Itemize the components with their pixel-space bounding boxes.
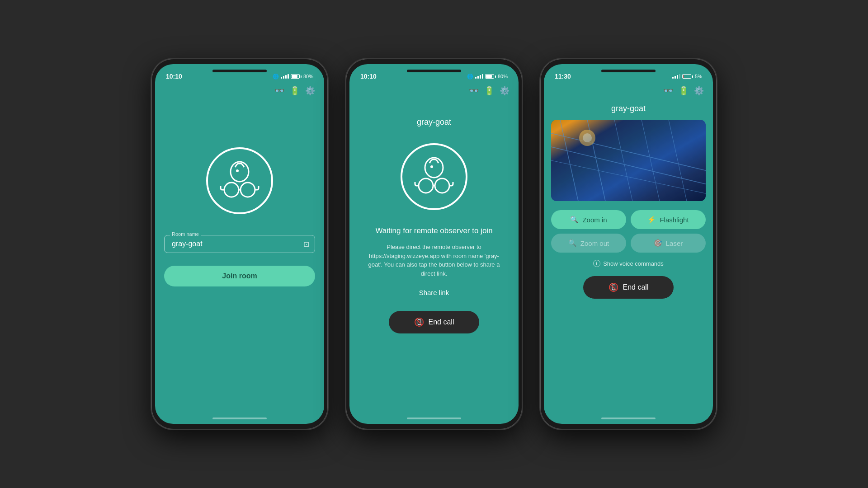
glasses-icon-3: 👓: [663, 86, 673, 96]
phone-notch-2: [407, 70, 461, 72]
svg-point-1: [231, 162, 249, 182]
battery-icon-3: 🔋: [679, 86, 689, 96]
signal-bar-2: [283, 76, 284, 79]
signal-bar-10: [675, 76, 676, 79]
battery-body-1: [291, 74, 300, 79]
zoom-in-button[interactable]: 🔍 Zoom in: [551, 210, 626, 229]
signal-bar-3: [285, 75, 287, 79]
svg-point-6: [425, 158, 443, 178]
signal-bars-3: [672, 74, 680, 79]
signal-bar-1: [281, 77, 282, 79]
signal-bars-2: [475, 74, 483, 79]
svg-line-16: [642, 120, 660, 201]
end-call-button-3[interactable]: 📵 End call: [583, 276, 674, 299]
signal-bar-9: [672, 77, 674, 79]
signal-bar-12: [679, 74, 680, 79]
glasses-icon-2: 👓: [469, 86, 479, 96]
room-name-input[interactable]: [172, 240, 294, 248]
room-name-label: Room name: [170, 231, 201, 237]
zoom-out-label: Zoom out: [580, 239, 609, 247]
glasses-icon-1: 👓: [274, 86, 284, 96]
waiting-heading: Waiting for remote observer to join: [375, 226, 492, 235]
end-call-icon-3: 📵: [609, 282, 618, 292]
battery-2: [485, 74, 496, 79]
svg-line-15: [614, 120, 632, 201]
end-call-label-2: End call: [429, 318, 454, 326]
phone-screen-1: 10:10 🌐 80% 👓: [155, 64, 324, 424]
waiting-text: Please direct the remote observer to htt…: [359, 243, 509, 278]
voice-commands-label[interactable]: Show voice commands: [603, 260, 664, 267]
battery-fill-1: [292, 75, 297, 78]
battery-pct-1: 80%: [303, 74, 313, 79]
battery-1: [291, 74, 302, 79]
battery-body-3: [682, 74, 691, 79]
zoom-in-icon: 🔍: [570, 216, 579, 224]
laser-button[interactable]: 🎯 Laser: [631, 234, 706, 253]
svg-line-17: [669, 120, 687, 201]
flashlight-button[interactable]: ⚡ Flashlight: [631, 210, 706, 229]
settings-icon-1[interactable]: ⚙️: [305, 86, 315, 96]
top-icons-1: 👓 🔋 ⚙️: [155, 82, 324, 99]
svg-point-7: [430, 165, 433, 168]
share-link-button[interactable]: Share link: [419, 289, 449, 296]
globe-icon-1: 🌐: [273, 74, 279, 80]
top-icons-3: 👓 🔋 ⚙️: [544, 82, 713, 99]
status-bar-2: 10:10 🌐 80%: [349, 64, 519, 82]
waiting-room-title: gray-goat: [417, 117, 451, 127]
svg-point-5: [401, 144, 467, 209]
home-indicator-3: [544, 413, 713, 424]
action-buttons-grid: 🔍 Zoom in ⚡ Flashlight 🔍 Zoom out 🎯 Lase…: [551, 210, 706, 253]
waiting-logo: [398, 141, 470, 213]
battery-fill-2: [486, 75, 492, 78]
status-icons-2: 🌐 80%: [467, 74, 508, 80]
voice-info-icon: ℹ: [593, 260, 600, 267]
phone-2: 10:10 🌐 80% 👓: [346, 59, 522, 429]
battery-tip-1: [301, 75, 302, 78]
svg-line-10: [551, 133, 706, 174]
svg-point-0: [207, 148, 272, 213]
phone-notch-1: [212, 70, 267, 72]
phone-screen-2: 10:10 🌐 80% 👓: [349, 64, 519, 424]
active-content: gray-goat: [544, 99, 713, 413]
svg-point-9: [435, 178, 449, 193]
zoom-out-button[interactable]: 🔍 Zoom out: [551, 234, 626, 253]
battery-tip-3: [692, 75, 693, 78]
battery-pct-2: 80%: [498, 74, 508, 79]
svg-line-13: [560, 120, 578, 201]
svg-point-2: [236, 169, 239, 172]
svg-point-19: [583, 133, 592, 142]
waiting-content: gray-goat Waiting for remote observer to…: [349, 99, 519, 413]
laser-label: Laser: [666, 239, 683, 247]
battery-3: [682, 74, 693, 79]
end-call-icon-2: 📵: [414, 317, 424, 327]
laser-icon: 🎯: [654, 239, 662, 247]
settings-icon-3[interactable]: ⚙️: [694, 86, 704, 96]
home-indicator-2: [349, 413, 519, 424]
camera-feed: [551, 120, 706, 201]
signal-bar-8: [482, 74, 483, 79]
join-room-button[interactable]: Join room: [164, 266, 315, 286]
zoom-in-label: Zoom in: [582, 216, 607, 224]
flashlight-icon: ⚡: [647, 216, 656, 224]
battery-pct-3: 5%: [695, 74, 702, 79]
battery-icon-2: 🔋: [484, 86, 494, 96]
battery-fill-3: [683, 75, 684, 78]
signal-bar-4: [288, 74, 289, 79]
phone-screen-3: 11:30 5% 👓 🔋 ⚙️: [544, 64, 713, 424]
home-bar-3: [601, 418, 656, 419]
status-bar-1: 10:10 🌐 80%: [155, 64, 324, 82]
room-name-container: Room name ⊡: [164, 235, 315, 253]
svg-point-8: [419, 178, 433, 193]
end-call-button-2[interactable]: 📵 End call: [389, 311, 479, 333]
signal-bar-5: [475, 77, 476, 79]
signal-bar-6: [477, 76, 479, 79]
settings-icon-2[interactable]: ⚙️: [500, 86, 509, 96]
screen-content-1: Room name ⊡ Join room: [155, 99, 324, 413]
svg-point-3: [224, 183, 239, 197]
room-input-icon: ⊡: [303, 240, 309, 249]
home-bar-1: [212, 418, 267, 419]
battery-body-2: [485, 74, 494, 79]
status-time-2: 10:10: [360, 73, 377, 80]
voice-commands-row: ℹ Show voice commands: [593, 260, 664, 267]
top-icons-2: 👓 🔋 ⚙️: [349, 82, 519, 99]
